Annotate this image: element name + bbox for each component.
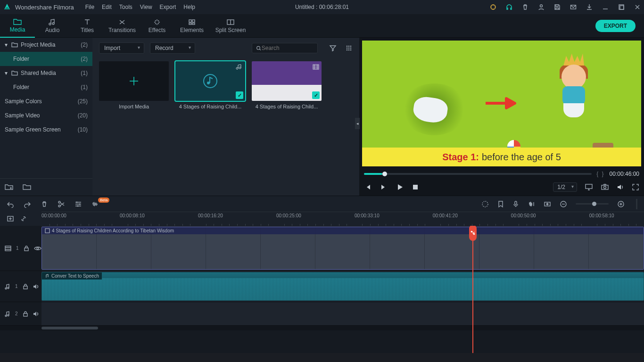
render-icon[interactable] (481, 200, 489, 208)
speaker-icon[interactable] (33, 284, 40, 289)
sidebar-folder-2[interactable]: Folder (1) (0, 80, 92, 94)
stop-icon[interactable] (412, 184, 419, 190)
folder-icon[interactable] (23, 183, 31, 191)
maximize-icon[interactable] (618, 3, 625, 11)
import-media-tile[interactable]: Import Media (99, 61, 169, 109)
minimize-icon[interactable] (602, 3, 609, 11)
tab-elements[interactable]: Elements (174, 14, 209, 38)
delete-icon[interactable] (41, 200, 48, 208)
video-track-row: 1 4 Stages of Raising Children According… (0, 226, 644, 271)
video-clip[interactable]: 4 Stages of Raising Children According t… (41, 227, 644, 270)
account-icon[interactable] (537, 3, 545, 11)
menu-view[interactable]: View (140, 4, 152, 10)
tab-effects[interactable]: Effects (140, 14, 174, 38)
fullscreen-icon[interactable] (632, 183, 639, 191)
zoom-out-icon[interactable] (560, 200, 567, 208)
lock-icon[interactable] (24, 245, 29, 252)
lock-icon[interactable] (23, 283, 28, 290)
record-dropdown[interactable]: Record (150, 42, 195, 54)
voiceover-icon[interactable] (512, 200, 519, 208)
lock-icon[interactable] (23, 311, 28, 317)
sidebar-project-media[interactable]: ▾ Project Media (2) (0, 38, 92, 52)
trash-icon[interactable] (521, 3, 529, 11)
tab-splitscreen[interactable]: Split Screen (209, 14, 252, 38)
premium-icon[interactable] (489, 3, 497, 11)
link-icon[interactable] (20, 215, 27, 222)
transport-controls: 1/2 (359, 179, 644, 196)
zoom-slider[interactable] (576, 203, 609, 205)
video-track-body[interactable]: 4 Stages of Raising Children According t… (41, 226, 644, 271)
svg-rect-40 (5, 246, 11, 251)
media-thumb-video[interactable]: ✓ 4 Stages of Raising Child... (252, 61, 322, 109)
search-box[interactable] (252, 43, 318, 53)
quality-select[interactable]: 1/2 (553, 182, 577, 192)
sidebar-sample-green[interactable]: Sample Green Screen (10) (0, 123, 92, 137)
ruler-tick: 00:00:08:10 (120, 213, 145, 218)
speaker-icon[interactable] (33, 311, 40, 317)
grid-view-icon[interactable] (345, 44, 353, 52)
tab-media[interactable]: Media (0, 14, 35, 38)
tab-transitions[interactable]: Transitions (105, 14, 140, 38)
timeline-ruler[interactable]: 00:00:00:0000:00:08:1000:00:16:2000:00:2… (41, 212, 644, 226)
timeline-scrollbar[interactable] (0, 326, 644, 330)
menu-file[interactable]: File (85, 4, 94, 10)
collapse-sidebar-icon[interactable]: ◂ (355, 118, 360, 129)
play-icon[interactable] (396, 183, 404, 191)
sidebar-item-label: Sample Colors (5, 98, 42, 105)
preview-caption: Stage 1:before the age of 5 (362, 148, 641, 166)
timeline-add-icon[interactable] (7, 215, 14, 222)
sidebar-folder-1[interactable]: Folder (2) (0, 52, 92, 66)
keyframe-icon[interactable] (544, 200, 551, 208)
menu-export[interactable]: Export (160, 4, 176, 10)
redo-icon[interactable] (24, 200, 31, 208)
tab-elements-label: Elements (180, 27, 204, 33)
adjust-icon[interactable] (74, 200, 82, 208)
headphones-icon[interactable] (505, 3, 513, 11)
svg-point-31 (77, 205, 79, 206)
volume-icon[interactable] (617, 183, 624, 191)
preview-video[interactable]: Stage 1:before the age of 5 (362, 41, 641, 166)
sidebar-shared-media[interactable]: ▾ Shared Media (1) (0, 66, 92, 80)
filter-icon[interactable] (329, 44, 337, 52)
search-input[interactable] (262, 45, 314, 51)
export-button[interactable]: EXPORT (595, 20, 636, 32)
sidebar-sample-colors[interactable]: Sample Colors (25) (0, 94, 92, 108)
snapshot-icon[interactable] (601, 183, 609, 191)
display-icon[interactable] (585, 183, 593, 191)
prev-frame-icon[interactable] (364, 183, 372, 191)
split-icon[interactable] (58, 200, 65, 208)
preview-timecode: 00:00:46:00 (610, 171, 639, 177)
audio-stretch-icon[interactable]: Beta (91, 200, 111, 208)
svg-rect-44 (24, 286, 27, 289)
import-dropdown[interactable]: Import (99, 42, 144, 54)
audio-track-body-2[interactable] (41, 302, 644, 325)
download-icon[interactable] (586, 3, 593, 11)
folder-icon (11, 70, 18, 76)
clip-title: 4 Stages of Raising Children According t… (52, 228, 174, 233)
scrub-markers: { } (596, 171, 604, 177)
tab-audio[interactable]: Audio (35, 14, 70, 38)
menu-help[interactable]: Help (183, 4, 195, 10)
close-icon[interactable] (634, 3, 641, 11)
sidebar-item-label: Sample Video (5, 112, 40, 119)
scrub-bar[interactable] (364, 173, 592, 175)
eye-icon[interactable] (34, 246, 41, 251)
next-frame-icon[interactable] (380, 183, 388, 191)
save-icon[interactable] (553, 3, 561, 11)
audio-mixer-icon[interactable] (528, 200, 535, 208)
zoom-in-icon[interactable] (617, 200, 625, 208)
audio-track-head: 1 (0, 271, 41, 302)
menu-tools[interactable]: Tools (119, 4, 132, 10)
sidebar-sample-video[interactable]: Sample Video (20) (0, 108, 92, 123)
menu-edit[interactable]: Edit (102, 4, 112, 10)
tab-titles[interactable]: Titles (70, 14, 105, 38)
marker-icon[interactable] (497, 200, 504, 208)
preview-panel: Stage 1:before the age of 5 { } 00:00:46… (359, 38, 644, 196)
media-thumb-audio[interactable]: ✓ 4 Stages of Raising Child... (175, 61, 245, 109)
audio-clip[interactable]: Conver Text to Speech (41, 272, 644, 301)
playhead[interactable] (472, 226, 473, 353)
new-folder-icon[interactable] (5, 183, 13, 191)
audio-track-body[interactable]: Conver Text to Speech (41, 271, 644, 302)
mail-icon[interactable] (570, 3, 577, 11)
undo-icon[interactable] (7, 200, 14, 208)
